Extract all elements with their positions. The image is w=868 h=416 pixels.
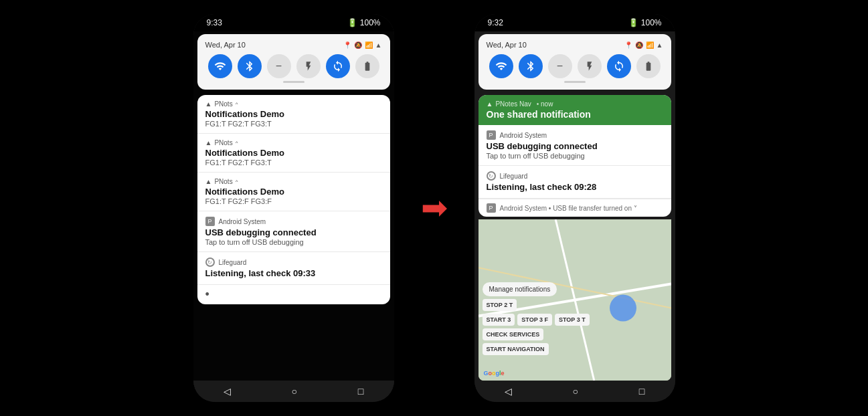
pnots-title-3: Notifications Demo: [205, 187, 382, 197]
dnd-symbol: −: [276, 60, 282, 72]
qs-tile-sync[interactable]: [326, 54, 350, 78]
location-icon: 📍: [343, 41, 351, 49]
pnots-icon-1: ▲: [205, 100, 212, 108]
right-battery-pct: 100%: [641, 18, 662, 27]
left-status-bar: 9:33 🔋 100%: [193, 14, 394, 31]
back-button-left[interactable]: ◁: [224, 386, 231, 397]
right-qs-handle: [564, 81, 586, 83]
pnotes-nav-app-row: ▲ PNotes Nav • now: [487, 100, 663, 108]
right-signal-icon-sm: ▲: [657, 41, 663, 49]
notif-pnots-2[interactable]: ▲ PNots ^ Notifications Demo FG1:T FG2:T…: [197, 134, 390, 173]
right-qs-date: Wed, Apr 10: [487, 41, 527, 49]
start3-button[interactable]: START 3: [483, 314, 515, 326]
qs-tile-wifi[interactable]: [208, 54, 232, 78]
qs-tile-flashlight[interactable]: [296, 54, 321, 78]
left-qs-handle: [283, 81, 305, 83]
stop2t-button[interactable]: STOP 2 T: [483, 299, 517, 311]
stop3f-button[interactable]: STOP 3 F: [517, 314, 552, 326]
map-row-4: START NAVIGATION: [483, 343, 667, 355]
android-system-body-right: Tap to turn off USB debugging: [487, 152, 663, 160]
notif-lifeguard-right[interactable]: ↻ Lifeguard Listening, last check 09:28: [479, 166, 671, 199]
pnots-name-2: PNots: [214, 139, 232, 146]
left-phone: 9:33 🔋 100% Wed, Apr 10 📍 🔕 📶 ▲: [193, 14, 394, 402]
wifi-icon-sm: 📶: [365, 41, 373, 49]
left-notification-panel: ▲ PNots ^ Notifications Demo FG1:T FG2:T…: [197, 95, 390, 304]
pnots-chevron-1: ^: [236, 101, 238, 107]
notif-pnots-3[interactable]: ▲ PNots ^ Notifications Demo FG1:T FG2:F…: [197, 173, 390, 211]
right-location-icon: 📍: [624, 41, 632, 49]
left-quick-settings: Wed, Apr 10 📍 🔕 📶 ▲: [197, 34, 390, 90]
map-row-2: START 3 STOP 3 F STOP 3 T: [483, 314, 667, 326]
back-button-right[interactable]: ◁: [505, 386, 512, 397]
right-qs-tile-battery[interactable]: [636, 54, 661, 78]
map-area: Manage notifications STOP 2 T START 3 ST…: [479, 219, 671, 381]
notif-android-system-right[interactable]: P Android System USB debugging connected…: [479, 125, 671, 166]
left-status-icons: 🔋 100%: [347, 18, 381, 27]
notif-android-system-left[interactable]: P Android System USB debugging connected…: [197, 211, 390, 252]
qs-tile-battery[interactable]: [355, 54, 379, 78]
android-system-icon-right: P: [487, 130, 496, 140]
lifeguard-name-right: Lifeguard: [500, 173, 528, 180]
left-nav-bar: ◁ ○ □: [193, 381, 394, 402]
android-system-title-left: USB debugging connected: [205, 227, 382, 237]
main-container: 9:33 🔋 100% Wed, Apr 10 📍 🔕 📶 ▲: [193, 14, 675, 402]
right-time: 9:32: [488, 18, 503, 27]
right-status-bar: 9:32 🔋 100%: [474, 14, 675, 31]
manage-notifications-button[interactable]: Manage notifications: [483, 282, 557, 296]
left-qs-tiles: −: [205, 54, 382, 78]
recents-button-right[interactable]: □: [639, 386, 644, 397]
right-status-icons: 🔋 100%: [628, 18, 662, 27]
signal-icon-sm: ▲: [375, 41, 382, 49]
pnots-body-3: FG1:T FG2:F FG3:F: [205, 197, 382, 205]
pnots-chevron-3: ^: [236, 179, 238, 185]
battery-icon: 🔋: [347, 18, 357, 27]
arrow-container: ➡: [421, 192, 448, 224]
usb-footer[interactable]: P Android System • USB file transfer tur…: [479, 199, 671, 217]
recents-button-left[interactable]: □: [358, 386, 363, 397]
stop3t-button[interactable]: STOP 3 T: [555, 314, 590, 326]
pnotes-nav-icon: ▲: [487, 100, 493, 108]
right-qs-tile-wifi[interactable]: [489, 54, 513, 78]
home-button-left[interactable]: ○: [292, 386, 297, 397]
home-button-right[interactable]: ○: [573, 386, 578, 397]
right-qs-tiles: −: [487, 54, 663, 78]
pnots-icon-2: ▲: [205, 139, 212, 146]
right-qs-tile-bluetooth[interactable]: [519, 54, 543, 78]
direction-arrow: ➡: [421, 192, 448, 224]
qs-tile-bluetooth[interactable]: [238, 54, 262, 78]
right-qs-tile-flashlight[interactable]: [578, 54, 602, 78]
right-dnd-symbol: −: [557, 60, 563, 72]
lifeguard-icon-left: ↻: [205, 257, 215, 267]
pnots-body-2: FG1:T FG2:T FG3:T: [205, 159, 382, 167]
map-row-3: CHECK SERVICES: [483, 328, 667, 340]
pnots-name-1: PNots: [214, 100, 232, 108]
right-qs-status-icons: 📍 🔕 📶 ▲: [624, 41, 663, 49]
pnotes-nav-timestamp: • now: [537, 100, 553, 108]
qs-tile-dnd[interactable]: −: [267, 54, 291, 78]
android-system-body-left: Tap to turn off USB debugging: [205, 238, 382, 246]
pnots-title-2: Notifications Demo: [205, 148, 382, 158]
lifeguard-icon-right: ↻: [487, 171, 496, 181]
check-services-button[interactable]: CHECK SERVICES: [483, 328, 544, 340]
green-notification[interactable]: ▲ PNotes Nav • now One shared notificati…: [479, 95, 671, 125]
right-phone-content: Wed, Apr 10 📍 🔕 📶 ▲: [474, 31, 675, 381]
right-nav-bar: ◁ ○ □: [474, 381, 675, 402]
qs-header-left: Wed, Apr 10 📍 🔕 📶 ▲: [205, 41, 382, 49]
notif-pnots-1[interactable]: ▲ PNots ^ Notifications Demo FG1:T FG2:T…: [197, 95, 390, 134]
right-qs-tile-dnd[interactable]: −: [548, 54, 572, 78]
notif-lifeguard-left[interactable]: ↻ Lifeguard Listening, last check 09:33: [197, 252, 390, 285]
green-notif-title: One shared notification: [487, 109, 663, 120]
map-row-manage: Manage notifications: [483, 282, 667, 296]
android-system-name-left: Android System: [219, 218, 266, 225]
pnots-body-1: FG1:T FG2:T FG3:T: [205, 120, 382, 128]
right-qs-tile-sync[interactable]: [607, 54, 631, 78]
lifeguard-title-right: Listening, last check 09:28: [487, 182, 663, 192]
right-quick-settings: Wed, Apr 10 📍 🔕 📶 ▲: [479, 34, 671, 90]
qs-header-right: Wed, Apr 10 📍 🔕 📶 ▲: [487, 41, 663, 49]
left-qs-date: Wed, Apr 10: [205, 41, 246, 49]
start-navigation-button[interactable]: START NAVIGATION: [483, 343, 549, 355]
right-battery-icon: 🔋: [628, 18, 638, 27]
usb-footer-text: Android System • USB file transfer turne…: [500, 205, 637, 212]
right-silent-icon: 🔕: [635, 41, 643, 49]
google-logo: Google: [484, 370, 505, 377]
